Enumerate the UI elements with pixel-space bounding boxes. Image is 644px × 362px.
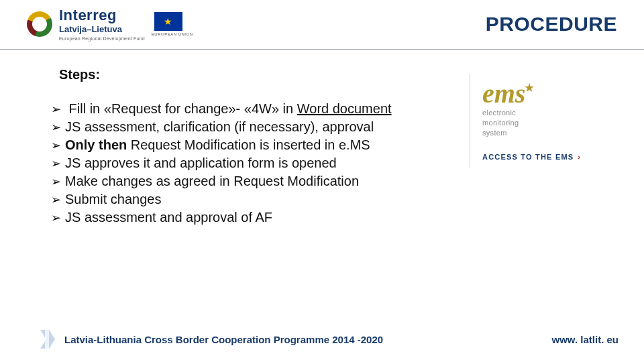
header: Interreg Latvija–Lietuva European Region… [0,0,644,50]
step-text: JS assessment, clarification (if necessa… [65,119,374,134]
ems-access-link[interactable]: ACCESS TO THE EMS › [482,153,617,161]
list-item: Only then Request Modification is insert… [51,136,449,154]
footer: Latvia-Lithuania Cross Border Cooperatio… [0,330,644,349]
ems-access-label: ACCESS TO THE EMS [482,153,574,161]
step-text: Submit changes [65,192,161,206]
list-item: JS approves it and application form is o… [51,154,449,172]
list-item: Fill in «Request for change»- «4W» in Wo… [51,100,449,118]
ems-column: ems★ electronic monitoring system ACCESS… [470,67,617,227]
step-bold: Only then [65,137,127,152]
logo-text: Interreg Latvija–Lietuva European Region… [59,7,145,41]
list-item: Submit changes [51,190,449,208]
list-item: JS assessment and approval of AF [51,208,449,227]
ems-sub3: system [482,129,617,137]
brand-name: Interreg [59,7,145,24]
ems-logo-text: ems [482,78,525,109]
steps-column: Steps: Fill in «Request for change»- «4W… [51,67,449,227]
step-text: Make changes as agreed in Request Modifi… [65,174,359,188]
chevron-right-icon: › [578,153,581,161]
list-item: Make changes as agreed in Request Modifi… [51,172,449,190]
step-underlined: Word document [297,101,392,116]
ems-sub2: monitoring [482,119,617,127]
brand-tiny: European Regional Development Fund [59,36,145,41]
brand-sub: Latvija–Lietuva [59,24,145,34]
eu-flag-block: ★ EUROPEAN UNION [152,12,193,36]
chevron-decor-icon [40,330,55,349]
step-text: JS assessment and approval of AF [65,210,272,225]
step-text: Fill in «Request for change»- «4W» in [69,101,297,116]
swirl-icon [27,11,52,37]
programme-logo: Interreg Latvija–Lietuva European Region… [27,7,193,41]
ems-box: ems★ electronic monitoring system ACCESS… [470,74,617,168]
list-item: JS assessment, clarification (if necessa… [51,118,449,136]
eu-flag-caption: EUROPEAN UNION [152,32,193,36]
steps-heading: Steps: [59,67,449,82]
step-text: Request Modification is inserted in e.MS [127,137,370,152]
page-title: PROCEDURE [486,13,617,36]
star-icon: ★ [524,81,535,95]
steps-list: Fill in «Request for change»- «4W» in Wo… [51,100,449,227]
ems-sub1: electronic [482,109,617,117]
ems-logo-row: ems★ [482,80,617,107]
content: Steps: Fill in «Request for change»- «4W… [0,50,644,227]
footer-programme: Latvia-Lithuania Cross Border Cooperatio… [64,334,383,345]
step-text: JS approves it and application form is o… [65,156,337,170]
footer-left: Latvia-Lithuania Cross Border Cooperatio… [40,330,383,349]
eu-flag-icon: ★ [154,12,182,31]
footer-url: www. latlit. eu [552,334,619,345]
